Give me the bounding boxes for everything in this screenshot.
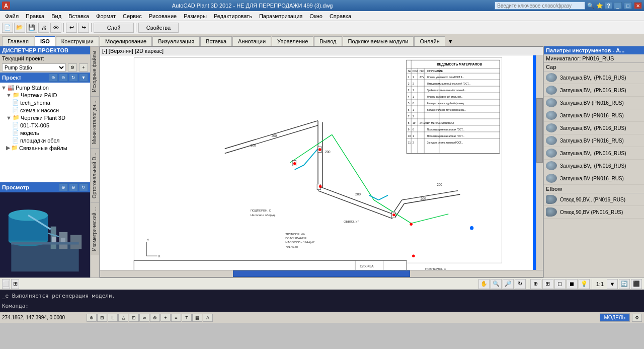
- sel-btn[interactable]: ▦: [192, 314, 202, 322]
- menu-view[interactable]: Вид: [48, 12, 64, 20]
- view-cube-btn[interactable]: ⬛: [631, 279, 642, 289]
- menu-service[interactable]: Сервис: [120, 12, 145, 20]
- undo-button[interactable]: ↩: [66, 23, 77, 33]
- tree-item-plant3d-drawings[interactable]: ▼ 📁 Чертежи Plant 3D: [1, 114, 89, 121]
- preview-btn2[interactable]: ⊖: [69, 183, 78, 191]
- menu-params[interactable]: Параметризация: [256, 12, 305, 20]
- menu-dimensions[interactable]: Размеры: [181, 12, 210, 20]
- tab-control[interactable]: Управление: [272, 36, 313, 46]
- catalog-item-5[interactable]: Заглушка,BV (PN016_RUS): [544, 134, 644, 147]
- tree-item-pump-station[interactable]: ▼ 🏭 Pump Station: [1, 84, 89, 91]
- grid-mode-btn[interactable]: ⊞: [97, 314, 107, 322]
- ducs-btn[interactable]: ⊗: [150, 314, 160, 322]
- properties-button[interactable]: Свойства: [138, 23, 179, 33]
- vtab-orthogonal[interactable]: Ортогональный D...: [91, 148, 99, 202]
- catalog-item-7[interactable]: Заглушка,BV,, (PN016_RUS): [544, 160, 644, 172]
- tab-modeling[interactable]: Моделирование: [100, 36, 152, 46]
- project-select[interactable]: Pump Statio: [2, 63, 66, 72]
- save-button[interactable]: 💾: [26, 23, 37, 33]
- catalog-item-6[interactable]: Заглушка,BV,, (PN016_RUS): [544, 147, 644, 160]
- minimize-button[interactable]: _: [614, 2, 622, 9]
- redo-button[interactable]: ↪: [78, 23, 89, 33]
- catalog-item-1[interactable]: Заглушка,BV,, (PN016_RUS): [544, 84, 644, 97]
- tp-btn[interactable]: T: [182, 314, 192, 322]
- render-button[interactable]: 💡: [579, 279, 590, 289]
- menu-help[interactable]: Справка: [327, 12, 354, 20]
- status-settings[interactable]: ⚙: [632, 314, 642, 322]
- project-add-button[interactable]: +: [79, 63, 88, 72]
- menu-insert[interactable]: Вставка: [65, 12, 92, 20]
- otrack-btn[interactable]: ∞: [139, 314, 149, 322]
- pan-button[interactable]: ✋: [478, 279, 490, 289]
- question-icon[interactable]: ?: [605, 3, 612, 9]
- anno-btn[interactable]: A: [203, 314, 213, 322]
- zoom-level-btn[interactable]: ▼: [607, 279, 618, 289]
- nav-wheel[interactable]: 🔄: [619, 279, 630, 289]
- preview-btn3[interactable]: ↻: [79, 183, 88, 191]
- snap-mode-btn[interactable]: ⊕: [87, 314, 97, 322]
- layer-button[interactable]: Слой: [94, 23, 134, 33]
- tab-more[interactable]: ▼: [446, 37, 455, 46]
- tab-iso[interactable]: ISO: [35, 36, 55, 46]
- menu-format[interactable]: Формат: [93, 12, 119, 20]
- dyn-btn[interactable]: +: [160, 314, 171, 322]
- tab-main[interactable]: Главная: [2, 36, 34, 46]
- catalog-item-3[interactable]: Заглушка,BV (PN016_RUS): [544, 109, 644, 122]
- shade-button[interactable]: ◼: [567, 279, 578, 289]
- vertical-scrollbar[interactable]: [536, 55, 543, 270]
- canvas-content[interactable]: ВЕДОМОСТЬ МАТЕРИАЛОВ: [100, 55, 536, 270]
- ortho-btn[interactable]: L: [108, 314, 118, 322]
- print-button[interactable]: 🖨: [38, 23, 49, 33]
- tree-expand-button[interactable]: ⊕: [49, 74, 58, 82]
- tab-output[interactable]: Вывод: [314, 36, 342, 46]
- view-cube[interactable]: ⬜: [2, 279, 10, 289]
- tree-item-001-tx-005[interactable]: 📄 001-TX-005: [1, 121, 89, 129]
- wire-button[interactable]: ◻: [554, 279, 566, 289]
- orbit-button[interactable]: ↻: [515, 279, 526, 289]
- tab-annotations[interactable]: Аннотации: [232, 36, 271, 46]
- osnap-btn[interactable]: ⊡: [129, 314, 139, 322]
- menu-file[interactable]: Файл: [2, 12, 22, 20]
- tree-more-button[interactable]: ▼: [79, 74, 88, 82]
- tree-item-pid-drawings[interactable]: ▼ 📁 Чертежи P&ID: [1, 91, 89, 99]
- horizontal-scrollbar[interactable]: [100, 270, 543, 277]
- tab-visualization[interactable]: Визуализация: [152, 36, 200, 46]
- preview-button[interactable]: 👁: [50, 23, 61, 33]
- maximize-button[interactable]: □: [624, 2, 632, 9]
- vtab-source-files[interactable]: Исходные файлы: [91, 46, 99, 96]
- vtab-isometric[interactable]: Изометрический ...: [91, 202, 99, 255]
- search-icon[interactable]: 🔍: [587, 3, 594, 9]
- menu-window[interactable]: Окно: [306, 12, 326, 20]
- zoom-fit[interactable]: ⊞: [11, 279, 19, 289]
- menu-draw[interactable]: Рисование: [146, 12, 180, 20]
- tree-item-model[interactable]: 📄 модель: [1, 129, 89, 136]
- star-icon[interactable]: ⭐: [596, 3, 603, 9]
- polar-btn[interactable]: △: [118, 314, 128, 322]
- close-button[interactable]: ✕: [634, 2, 642, 9]
- menu-edit2[interactable]: Редактировать: [211, 12, 255, 20]
- tab-online[interactable]: Онлайн: [414, 36, 445, 46]
- tree-item-linked-files[interactable]: ▶ 📁 Связанные файлы: [1, 144, 89, 152]
- catalog-item-4[interactable]: Заглушка,BV,, (PN016_RUS): [544, 122, 644, 134]
- tab-constructions[interactable]: Конструкции: [56, 36, 99, 46]
- cmd-input[interactable]: [31, 303, 642, 309]
- catalog-item-8[interactable]: Заглушка,BV (PN016_RUS): [544, 172, 644, 185]
- snap-button[interactable]: ⊕: [530, 279, 541, 289]
- preview-btn1[interactable]: ⊕: [59, 183, 68, 191]
- menu-edit[interactable]: Правка: [23, 12, 47, 20]
- vscroll-thumb[interactable]: [536, 98, 543, 163]
- tree-collapse-button[interactable]: ⊖: [59, 74, 68, 82]
- lw-btn[interactable]: ≡: [171, 314, 181, 322]
- search-input[interactable]: [495, 2, 585, 10]
- model-mode[interactable]: МОДЕЛЬ: [600, 313, 630, 322]
- tab-insert[interactable]: Вставка: [200, 36, 232, 46]
- zoom-in-button[interactable]: 🔍: [491, 279, 502, 289]
- tree-item-ploschadki[interactable]: 📄 площадки обсл: [1, 136, 89, 144]
- tree-refresh-button[interactable]: ↻: [69, 74, 78, 82]
- catalog-item-elbow-1[interactable]: Отвод 90,BV (PN016_RUS): [544, 206, 644, 219]
- tab-plugins[interactable]: Подключаемые модули: [343, 36, 414, 46]
- catalog-item-elbow-0[interactable]: Отвод 90,BV,, (PN016_RUS): [544, 193, 644, 206]
- zoom-out-button[interactable]: 🔎: [503, 279, 514, 289]
- tree-item-schema-nasosn[interactable]: 📄 схема к насосн: [1, 106, 89, 114]
- open-button[interactable]: 📂: [14, 23, 25, 33]
